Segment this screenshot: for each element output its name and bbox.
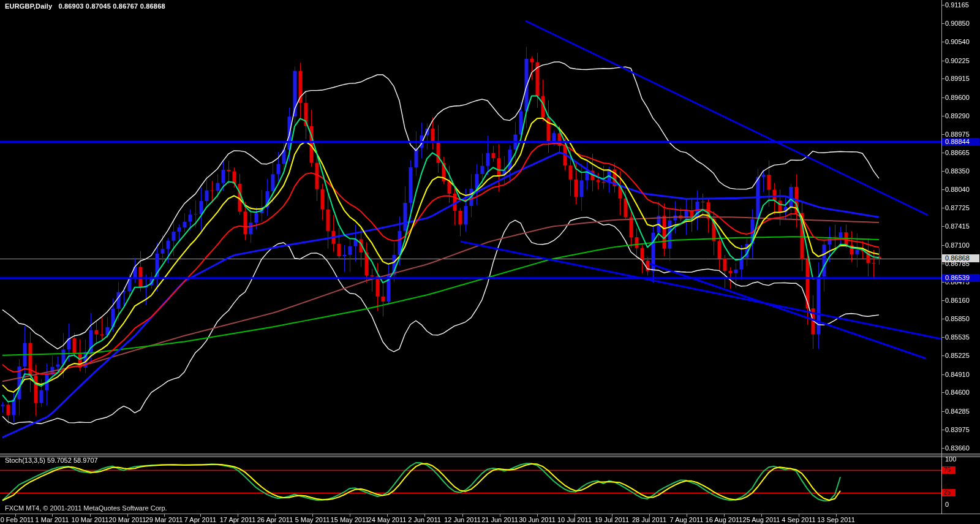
price-axis-label: 0.83660 [945,444,970,452]
price-axis-tick [941,319,944,319]
price-axis-label: 0.89290 [945,112,970,120]
price-axis-label: 0.84285 [945,408,970,416]
price-axis-tick [941,337,944,338]
stoch-scale-0: 0 [945,501,949,508]
price-axis-tick [941,189,944,190]
price-axis-tick [941,97,944,98]
price-axis-label: 0.90850 [945,20,970,28]
price-axis-tick [941,264,944,264]
price-axis-tick [941,226,944,227]
price-box-resistance: 0.88844 [942,138,979,146]
price-axis-tick [941,208,944,208]
price-axis-tick [941,171,944,172]
price-axis-label: 0.86160 [945,297,970,305]
price-axis-tick [941,116,944,116]
price-axis-label: 0.87415 [945,222,970,230]
copyright-text: FXCM MT4, © 2001-2011 MetaQuotes Softwar… [5,504,167,512]
price-axis-tick [941,430,944,430]
price-axis-label: 0.88665 [945,149,970,157]
price-axis-label: 0.85225 [945,352,970,360]
price-axis-label: 0.85535 [945,333,970,341]
time-axis-line [0,514,980,514]
price-axis-tick [941,23,944,24]
chart-canvas[interactable] [0,0,980,524]
chart-symbol-timeframe: EURGBP,Daily [5,2,52,10]
price-axis-label: 0.87100 [945,241,970,249]
stoch-level-badge-25: 25 [942,489,956,496]
price-axis-label: 0.85850 [945,315,970,323]
price-axis-label: 0.89600 [945,94,970,102]
price-axis-tick [941,134,944,135]
price-axis-label: 0.84600 [945,389,970,397]
price-axis-label: 0.83975 [945,426,970,434]
time-axis-label: 13 Sep 2011 [812,516,861,523]
price-box-bid: 0.86868 [942,254,979,262]
stoch-scale-100: 100 [945,455,956,463]
price-axis-label: 0.88350 [945,167,970,175]
price-axis-tick [941,42,944,42]
panel-separator[interactable] [0,454,980,457]
price-axis-tick [941,153,944,153]
price-axis-tick [941,300,944,301]
price-axis-tick [941,448,944,449]
price-axis-label: 0.87725 [945,204,970,212]
price-axis-label: 0.90540 [945,38,970,46]
chart-title: EURGBP,Daily0.86903 0.87045 0.86767 0.86… [5,2,165,10]
price-axis-tick [941,355,944,356]
price-axis-label: 0.88040 [945,186,970,194]
price-axis-tick [941,61,944,61]
chart-ohlc-values: 0.86903 0.87045 0.86767 0.86868 [58,2,165,10]
price-axis-tick [941,282,944,283]
price-box-support: 0.86539 [942,274,979,282]
price-axis-tick [941,411,944,412]
price-axis-tick [941,245,944,246]
price-axis-label: 0.84910 [945,371,970,379]
price-axis-tick [941,5,944,6]
stoch-indicator-label: Stoch(13,3,5) 59.7052 58.9707 [5,457,98,464]
price-axis-label: 0.89915 [945,75,970,83]
price-axis-label: 0.91165 [945,1,969,9]
stoch-level-badge-75: 75 [942,466,956,474]
price-axis-tick [941,78,944,79]
price-axis-tick [941,392,944,393]
price-axis-label: 0.90225 [945,57,970,65]
price-axis-tick [941,374,944,375]
mt4-chart-window: EURGBP,Daily0.86903 0.87045 0.86767 0.86… [0,0,980,524]
